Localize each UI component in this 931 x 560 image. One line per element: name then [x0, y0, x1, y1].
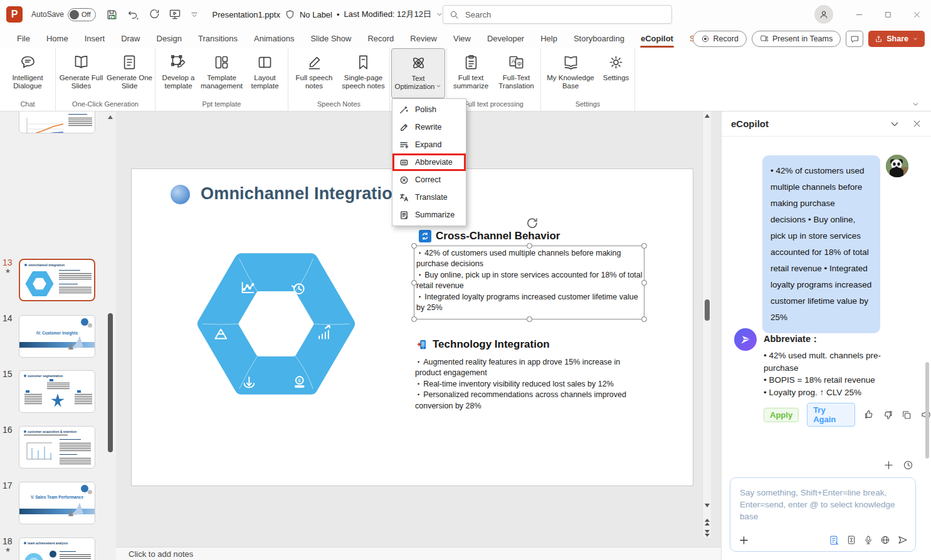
account-avatar[interactable]	[814, 5, 833, 24]
search-input[interactable]	[464, 9, 665, 20]
slide-thumbnail-16[interactable]: customer acquisition & retention	[19, 426, 95, 469]
slide-scrollbar[interactable]	[702, 111, 711, 537]
section-heading-cross-channel[interactable]: Cross-Channel Behavior	[419, 230, 560, 242]
resize-handle-s[interactable]	[527, 316, 532, 322]
previous-slide-button[interactable]	[705, 519, 710, 526]
menu-item-translate[interactable]: Translate	[392, 189, 466, 206]
maximize-button[interactable]	[873, 0, 902, 29]
tab-transitions[interactable]: Transitions	[190, 30, 246, 48]
attach-plus-icon[interactable]	[739, 535, 749, 546]
collapse-ribbon-button[interactable]	[912, 100, 920, 108]
cross-channel-bullets[interactable]: 42% of customers used multiple channels …	[416, 248, 643, 313]
scroll-down-arrow[interactable]	[705, 504, 710, 507]
menu-item-rewrite[interactable]: Rewrite	[392, 118, 466, 136]
resize-handle-se[interactable]	[641, 316, 647, 322]
apply-button[interactable]: Apply	[764, 408, 799, 422]
slide-thumbnail-13[interactable]: omnichannel integration	[19, 259, 95, 301]
search-bar[interactable]	[443, 5, 672, 24]
tab-review[interactable]: Review	[402, 30, 445, 48]
technology-bullets[interactable]: Augmented reality features in app drove …	[415, 357, 644, 412]
generate-full-slides-button[interactable]: Generate Full Slides	[57, 48, 105, 98]
present-in-teams-button[interactable]: Present in Teams	[752, 31, 841, 47]
globe-icon[interactable]	[880, 535, 890, 545]
tab-help[interactable]: Help	[532, 30, 565, 48]
menu-item-abbreviate[interactable]: Abbreviate	[392, 153, 466, 171]
template-management-button[interactable]: Template management	[200, 48, 243, 98]
rotate-handle[interactable]	[525, 217, 539, 230]
redo-button[interactable]	[148, 9, 160, 21]
message-composer[interactable]	[730, 477, 916, 552]
menu-item-correct[interactable]: Correct	[392, 171, 466, 189]
menu-item-polish[interactable]: Polish	[392, 101, 466, 118]
tab-ecopilot[interactable]: eCopilot	[633, 30, 681, 48]
tab-developer[interactable]: Developer	[479, 30, 532, 48]
notes-pane[interactable]: Click to add notes	[116, 547, 721, 560]
last-modified[interactable]: Last Modified: 12月12日	[344, 9, 431, 20]
undo-button[interactable]	[127, 9, 139, 21]
tab-view[interactable]: View	[445, 30, 479, 48]
new-chat-icon[interactable]	[883, 460, 894, 470]
copy-icon[interactable]	[902, 410, 912, 420]
text-optimization-button[interactable]: Text Optimization	[391, 48, 445, 98]
sensitivity-label[interactable]: No Label	[300, 10, 332, 19]
slide-thumbnail-15[interactable]: customer segmentation	[19, 370, 95, 413]
share-button[interactable]: Share	[868, 31, 925, 47]
start-slideshow-button[interactable]	[169, 8, 181, 21]
slide-thumbnail-14[interactable]: IV. Customer Insights	[19, 315, 95, 358]
tab-insert[interactable]: Insert	[76, 30, 113, 48]
develop-template-button[interactable]: Develop a template	[157, 48, 200, 98]
knowledge-doc-icon[interactable]	[846, 535, 856, 545]
collapse-panel-icon[interactable]	[890, 119, 900, 129]
layout-template-button[interactable]: Layout template	[243, 48, 287, 98]
history-icon[interactable]	[903, 460, 913, 470]
single-page-speech-notes-button[interactable]: Single-page speech notes	[339, 48, 388, 98]
slide-thumbnail-17[interactable]: V. Sales Team Performance	[19, 482, 95, 524]
full-speech-notes-button[interactable]: Full speech notes	[290, 48, 339, 98]
hexagon-diagram[interactable]: $	[196, 248, 356, 400]
menu-item-expand[interactable]: Expand	[392, 136, 466, 153]
scrollbar-thumb[interactable]	[705, 299, 710, 321]
menu-item-summarize[interactable]: Summarize	[392, 206, 466, 224]
tab-design[interactable]: Design	[149, 30, 190, 48]
send-icon[interactable]	[897, 534, 908, 546]
tab-file[interactable]: File	[9, 30, 38, 48]
tab-home[interactable]: Home	[38, 30, 76, 48]
tab-animations[interactable]: Animations	[246, 30, 302, 48]
next-slide-button[interactable]	[705, 530, 710, 537]
autosave-toggle[interactable]: AutoSave Off	[31, 8, 96, 21]
save-button[interactable]	[106, 9, 118, 21]
slide-title[interactable]: Omnichannel Integration	[201, 184, 403, 204]
try-again-button[interactable]: Try Again	[807, 403, 855, 427]
thumbs-down-icon[interactable]	[883, 409, 893, 420]
generate-one-slide-button[interactable]: Generate One Slide	[105, 48, 154, 98]
my-knowledge-base-button[interactable]: My Knowledge Base	[542, 48, 599, 98]
tab-slide-show[interactable]: Slide Show	[302, 30, 359, 48]
full-text-summarize-button[interactable]: Full text summarize	[448, 48, 493, 98]
comments-button[interactable]	[846, 31, 863, 47]
close-panel-icon[interactable]	[912, 119, 922, 128]
scroll-up-arrow[interactable]	[108, 115, 113, 119]
minimize-button[interactable]	[844, 0, 873, 29]
customize-toolbar-button[interactable]	[190, 10, 199, 19]
settings-button[interactable]: Settings	[599, 48, 633, 98]
tab-draw[interactable]: Draw	[113, 30, 148, 48]
intelligent-dialogue-button[interactable]: Intelligent Dialogue	[1, 48, 54, 98]
slide-thumbnail-12[interactable]	[19, 111, 95, 133]
slide-thumbnail-18[interactable]: team achievement analysis	[19, 537, 95, 560]
close-button[interactable]	[902, 0, 931, 29]
thumbnail-scrollbar[interactable]	[106, 111, 115, 560]
panel-scrollbar-thumb[interactable]	[925, 362, 929, 459]
full-text-translation-button[interactable]: AΦ Full-Text Translation	[493, 48, 539, 98]
scroll-up-arrow[interactable]	[705, 114, 710, 118]
message-input[interactable]	[730, 478, 915, 529]
document-title[interactable]: Presentation1.pptx	[213, 10, 280, 19]
prompt-template-icon[interactable]	[829, 535, 839, 546]
record-button[interactable]: Record	[693, 31, 747, 47]
thumbs-up-icon[interactable]	[863, 409, 874, 420]
section-heading-technology[interactable]: Technology Integration	[416, 338, 550, 351]
microphone-icon[interactable]	[863, 535, 873, 545]
tab-record[interactable]: Record	[359, 30, 402, 48]
resize-handle-sw[interactable]	[411, 316, 417, 322]
tab-storyboarding[interactable]: Storyboarding	[565, 30, 633, 48]
scrollbar-thumb[interactable]	[108, 313, 113, 452]
